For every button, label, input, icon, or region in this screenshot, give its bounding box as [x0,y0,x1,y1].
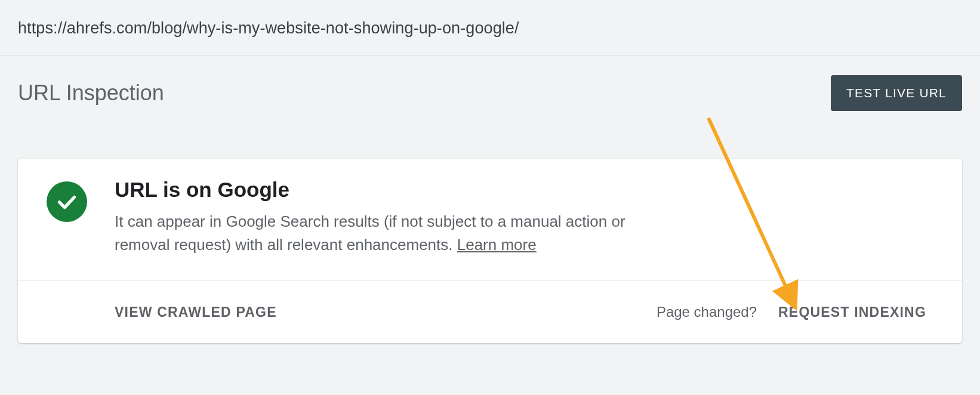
learn-more-link[interactable]: Learn more [457,236,537,254]
url-bar[interactable]: https://ahrefs.com/blog/why-is-my-websit… [0,0,980,56]
right-actions: Page changed? REQUEST INDEXING [657,304,926,320]
request-indexing-button[interactable]: REQUEST INDEXING [778,304,926,320]
status-card-bottom: VIEW CRAWLED PAGE Page changed? REQUEST … [18,280,962,343]
status-text-block: URL is on Google It can appear in Google… [115,178,933,257]
status-title: URL is on Google [115,178,910,202]
status-description: It can appear in Google Search results (… [115,210,640,257]
page-changed-label: Page changed? [657,304,757,320]
view-crawled-page-button[interactable]: VIEW CRAWLED PAGE [115,304,277,320]
status-card: URL is on Google It can appear in Google… [18,159,962,343]
url-text: https://ahrefs.com/blog/why-is-my-websit… [18,19,519,37]
test-live-url-button[interactable]: TEST LIVE URL [831,75,962,111]
checkmark-circle-icon [47,181,87,222]
status-description-text: It can appear in Google Search results (… [115,212,625,254]
inspection-header: URL Inspection TEST LIVE URL [0,56,980,117]
page-title: URL Inspection [18,81,164,106]
status-card-top: URL is on Google It can appear in Google… [18,159,962,280]
